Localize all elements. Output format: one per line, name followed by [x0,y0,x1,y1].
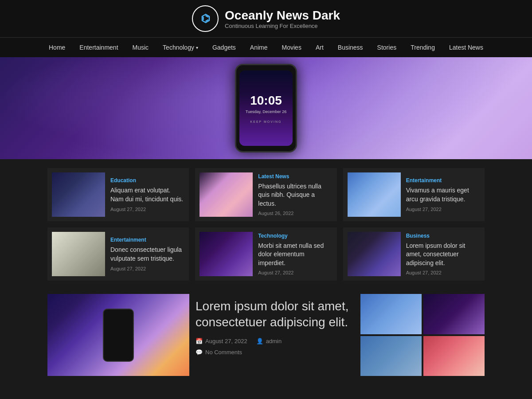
nav-art[interactable]: Art [309,38,331,57]
featured-content: Lorem ipsum dolor sit amet, consectetuer… [196,294,354,376]
card-item[interactable]: Business Lorem ipsum dolor sit amet, con… [343,227,485,281]
featured-title[interactable]: Lorem ipsum dolor sit amet, consectetuer… [196,298,354,331]
card-title: Vivamus a mauris eget arcu gravida trist… [406,186,480,203]
card-content: Entertainment Vivamus a mauris eget arcu… [406,177,480,211]
featured-meta: 📅 August 27, 2022 👤 admin [196,338,354,344]
card-thumbnail [348,232,401,276]
card-thumbnail [52,232,105,276]
card-category: Entertainment [406,177,480,184]
card-category: Entertainment [110,237,184,243]
site-tagline: Continuous Learning For Excellence [225,23,340,29]
nav-movies[interactable]: Movies [275,38,309,57]
site-logo[interactable]: ⌬ [192,5,219,32]
card-thumbnail [52,172,105,217]
hero-phone: 10:05 Tuesday, December 26 KEEP MOVING [235,64,297,153]
featured-section: Lorem ipsum dolor sit amet, consectetuer… [0,289,532,385]
card-category: Education [110,177,184,184]
card-category: Latest News [258,173,332,180]
card-date: August 26, 2022 [258,211,332,216]
phone-screen: 10:05 Tuesday, December 26 KEEP MOVING [239,70,293,146]
card-date: August 27, 2022 [406,270,480,275]
card-item[interactable]: Technology Morbi sit amet nulla sed dolo… [195,227,336,281]
phone-date: Tuesday, December 26 [246,110,287,114]
card-item[interactable]: Entertainment Vivamus a mauris eget arcu… [343,168,485,221]
nav-anime[interactable]: Anime [243,38,275,57]
dropdown-arrow-icon: ▾ [196,45,198,50]
cards-section: Education Aliquam erat volutpat. Nam dui… [0,159,532,289]
comment-icon: 💬 [196,349,203,356]
card-thumbnail [200,232,253,276]
card-date: August 27, 2022 [110,207,184,212]
gallery-thumb-1[interactable] [360,294,422,334]
card-item[interactable]: Education Aliquam erat volutpat. Nam dui… [47,168,189,221]
nav-entertainment[interactable]: Entertainment [72,38,125,57]
card-title: Morbi sit amet nulla sed dolor elementum… [258,242,332,268]
featured-comments[interactable]: 💬 No Comments [196,349,354,356]
card-title: Phasellus ultrices nulla quis nibh. Quis… [258,182,332,208]
nav-stories[interactable]: Stories [370,38,404,57]
nav-business[interactable]: Business [331,38,370,57]
nav-technology[interactable]: Technology ▾ [156,38,205,57]
hero-banner: 10:05 Tuesday, December 26 KEEP MOVING [0,57,532,159]
cards-grid-row1: Education Aliquam erat volutpat. Nam dui… [47,168,485,221]
nav-gadgets[interactable]: Gadgets [205,38,243,57]
gallery-sidebar [360,294,485,376]
card-title: Donec consectetuer ligula vulputate sem … [110,246,184,263]
card-content: Education Aliquam erat volutpat. Nam dui… [110,177,184,211]
card-category: Business [406,233,480,239]
gallery-thumb-4[interactable] [423,336,485,376]
card-content: Entertainment Donec consectetuer ligula … [110,237,184,271]
user-icon: 👤 [256,338,263,344]
card-date: August 27, 2022 [406,207,480,212]
site-header: ⌬ Oceanly News Dark Continuous Learning … [0,0,532,37]
card-category: Technology [258,233,332,239]
nav-home[interactable]: Home [42,38,72,57]
nav-trending[interactable]: Trending [403,38,442,57]
card-thumbnail [348,172,401,217]
featured-author: 👤 admin [256,338,282,344]
calendar-icon: 📅 [196,338,203,344]
nav-music[interactable]: Music [125,38,156,57]
phone-tagline: KEEP MOVING [250,120,282,123]
card-date: August 27, 2022 [258,270,332,275]
gallery-thumb-2[interactable] [423,294,485,334]
main-nav: Home Entertainment Music Technology ▾ Ga… [0,37,532,57]
featured-image[interactable] [47,294,189,376]
card-date: August 27, 2022 [110,266,184,271]
phone-time: 10:05 [250,94,282,108]
card-title: Lorem ipsum dolor sit amet, consectetuer… [406,242,480,268]
card-thumbnail [200,172,253,217]
card-content: Technology Morbi sit amet nulla sed dolo… [258,233,332,276]
card-content: Business Lorem ipsum dolor sit amet, con… [406,233,480,276]
gallery-thumb-3[interactable] [360,336,422,376]
site-title: Oceanly News Dark [225,8,340,23]
card-content: Latest News Phasellus ultrices nulla qui… [258,173,332,216]
card-item[interactable]: Latest News Phasellus ultrices nulla qui… [195,168,336,221]
featured-phone [103,309,134,362]
cards-grid-row2: Entertainment Donec consectetuer ligula … [47,227,485,281]
nav-latest-news[interactable]: Latest News [442,38,490,57]
card-title: Aliquam erat volutpat. Nam dui mi, tinci… [110,186,184,203]
featured-date: 📅 August 27, 2022 [196,338,247,344]
card-item[interactable]: Entertainment Donec consectetuer ligula … [47,227,189,281]
